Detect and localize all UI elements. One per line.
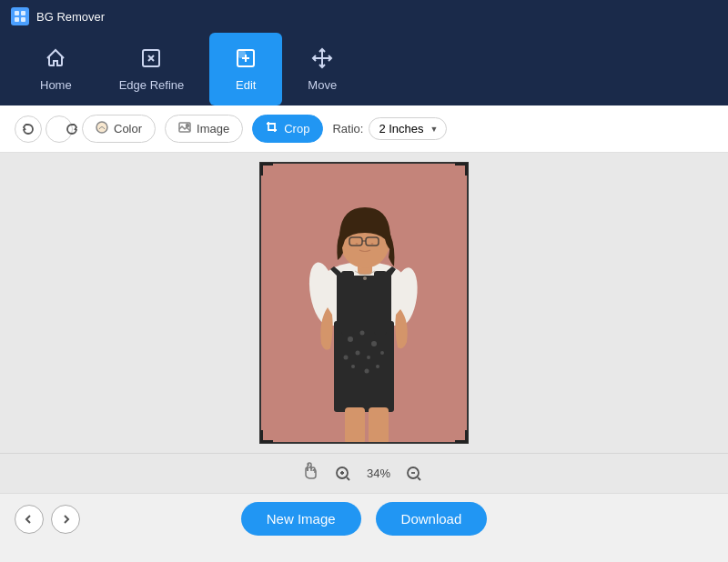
prev-arrow-button[interactable]	[15, 505, 44, 534]
download-button[interactable]: Download	[376, 502, 488, 536]
toolbar: Color Image Crop Ratio: 2 Inches 1 Inch …	[0, 105, 728, 153]
nav-item-edit[interactable]: Edit	[209, 33, 282, 105]
home-icon	[45, 47, 66, 73]
zoom-out-button[interactable]	[401, 461, 427, 487]
svg-point-32	[356, 243, 359, 245]
zoom-bar: 34%	[0, 453, 728, 493]
person-figure	[259, 162, 469, 444]
svg-rect-3	[21, 17, 25, 22]
undo-button[interactable]	[15, 115, 42, 143]
title-bar: BG Remover	[0, 0, 728, 33]
color-label: Color	[114, 122, 142, 135]
ratio-wrap: 2 Inches 1 Inch Free Square 4:3 16:9	[369, 117, 447, 140]
edge-refine-icon	[140, 47, 162, 73]
svg-point-20	[356, 351, 360, 356]
svg-point-19	[371, 341, 377, 346]
svg-rect-2	[15, 17, 19, 22]
svg-rect-15	[341, 271, 354, 335]
nav-move-label: Move	[308, 78, 337, 92]
svg-rect-14	[334, 321, 394, 412]
svg-point-24	[351, 365, 355, 368]
image-container	[259, 162, 469, 444]
ratio-label: Ratio:	[332, 122, 363, 135]
image-button[interactable]: Image	[165, 115, 243, 143]
nav-item-edge-refine[interactable]: Edge Refine	[97, 33, 207, 105]
color-button[interactable]: Color	[82, 115, 156, 143]
zoom-in-button[interactable]	[330, 461, 356, 487]
image-icon	[178, 121, 191, 136]
svg-point-17	[348, 336, 353, 342]
svg-rect-35	[369, 407, 389, 444]
color-icon	[96, 121, 108, 136]
nav-edge-label: Edge Refine	[119, 78, 185, 92]
svg-point-33	[371, 243, 374, 245]
svg-rect-6	[239, 52, 245, 57]
edit-icon	[235, 47, 257, 73]
app-title: BG Remover	[36, 10, 105, 24]
zoom-level: 34%	[367, 467, 390, 480]
svg-point-23	[380, 351, 384, 355]
nav-item-home[interactable]: Home	[18, 33, 94, 105]
undo-redo-group	[15, 115, 73, 143]
crop-button[interactable]: Crop	[252, 115, 323, 143]
svg-rect-0	[15, 11, 19, 15]
svg-point-26	[376, 365, 379, 368]
image-background	[259, 162, 469, 444]
svg-rect-34	[345, 407, 365, 444]
redo-button[interactable]	[46, 115, 73, 143]
crop-label: Crop	[284, 122, 309, 135]
nav-home-label: Home	[40, 78, 72, 92]
nav-bar: Home Edge Refine Edit Move	[0, 33, 728, 105]
svg-point-21	[367, 356, 370, 359]
app-logo	[11, 7, 29, 25]
drag-icon	[301, 462, 319, 485]
bottom-bar: New Image Download	[0, 493, 728, 544]
svg-point-9	[187, 125, 189, 127]
nav-edit-label: Edit	[236, 78, 256, 92]
svg-point-25	[365, 369, 369, 374]
canvas-area	[0, 153, 728, 453]
image-label: Image	[197, 122, 229, 135]
ratio-select: Ratio: 2 Inches 1 Inch Free Square 4:3 1…	[332, 117, 447, 140]
ratio-dropdown[interactable]: 2 Inches 1 Inch Free Square 4:3 16:9	[369, 117, 447, 140]
next-arrow-button[interactable]	[51, 505, 80, 534]
svg-point-22	[344, 356, 349, 360]
move-icon	[311, 47, 333, 73]
svg-rect-16	[374, 271, 387, 335]
svg-point-36	[363, 276, 367, 280]
svg-point-18	[360, 331, 365, 336]
nav-item-move[interactable]: Move	[286, 33, 359, 105]
svg-rect-1	[21, 11, 25, 15]
new-image-button[interactable]: New Image	[241, 502, 361, 536]
crop-icon	[266, 121, 278, 136]
